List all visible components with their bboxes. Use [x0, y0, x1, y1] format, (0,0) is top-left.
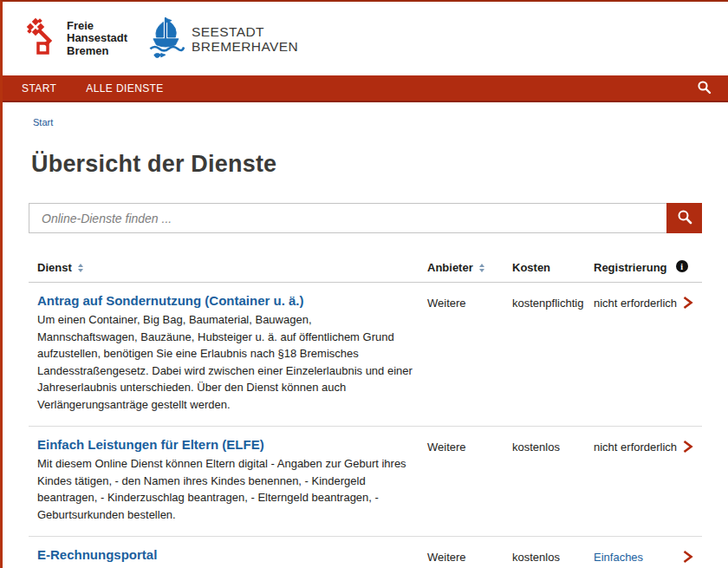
- breadcrumb-start-link[interactable]: Start: [33, 117, 53, 127]
- service-search-input[interactable]: [29, 203, 666, 233]
- service-main-cell: E-Rechnungsportal Mit diesem Dienst könn…: [37, 547, 427, 568]
- row-chevron-right-icon[interactable]: [682, 293, 702, 313]
- site-header: Freie Hansestadt Bremen SEESTADT: [3, 2, 728, 75]
- registrierung-links-cell[interactable]: Einfaches Servicekonto, Servicekonto Bus…: [594, 547, 680, 568]
- service-main-cell: Einfach Leistungen für Eltern (ELFE) Mit…: [37, 437, 427, 523]
- bremerhaven-logo-line: SEESTADT: [192, 24, 298, 39]
- anbieter-cell: Weitere: [427, 437, 512, 455]
- service-title-link[interactable]: Einfach Leistungen für Eltern (ELFE): [37, 437, 264, 452]
- bremen-key-icon: [26, 17, 59, 61]
- services-table-header: Dienst Anbieter Kosten Registrierung i: [29, 261, 702, 283]
- info-icon[interactable]: i: [676, 260, 688, 272]
- sort-icon[interactable]: [78, 264, 83, 272]
- service-title-link[interactable]: E-Rechnungsportal: [37, 547, 157, 562]
- main-nav: START ALLE DIENSTE: [3, 75, 728, 102]
- search-icon: [697, 80, 712, 97]
- breadcrumb: Start: [33, 114, 728, 129]
- service-search-submit-button[interactable]: [666, 203, 702, 233]
- service-description: Mit diesem Online Dienst können Eltern d…: [37, 455, 427, 523]
- column-header-dienst[interactable]: Dienst: [37, 261, 427, 274]
- sort-icon[interactable]: [479, 264, 484, 272]
- service-description: Um einen Container, Big Bag, Baumaterial…: [37, 311, 427, 413]
- column-header-anbieter[interactable]: Anbieter: [427, 261, 512, 274]
- nav-search-button[interactable]: [692, 76, 716, 101]
- table-row[interactable]: E-Rechnungsportal Mit diesem Dienst könn…: [29, 537, 702, 568]
- search-icon: [677, 209, 692, 227]
- row-chevron-right-icon[interactable]: [682, 547, 702, 567]
- bremen-logo-line: Freie: [67, 20, 127, 33]
- column-header-label: Kosten: [512, 261, 550, 274]
- kosten-cell: kostenlos: [512, 547, 594, 565]
- bremen-logo-line: Hansestadt: [67, 32, 127, 45]
- service-title-link[interactable]: Antrag auf Sondernutzung (Container u. ä…: [37, 293, 304, 308]
- table-row[interactable]: Einfach Leistungen für Eltern (ELFE) Mit…: [29, 427, 702, 537]
- nav-item-alle-dienste[interactable]: ALLE DIENSTE: [86, 82, 164, 95]
- column-header-label: Dienst: [37, 261, 72, 274]
- table-row[interactable]: Antrag auf Sondernutzung (Container u. ä…: [29, 283, 702, 427]
- registrierung-cell: nicht erforderlich: [594, 437, 680, 455]
- column-header-kosten: Kosten: [512, 261, 594, 274]
- column-header-label: Anbieter: [427, 261, 473, 274]
- service-main-cell: Antrag auf Sondernutzung (Container u. ä…: [37, 293, 427, 413]
- bremerhaven-ship-icon: [146, 15, 185, 63]
- bremerhaven-logo[interactable]: SEESTADT BREMERHAVEN: [146, 15, 298, 63]
- row-chevron-right-icon[interactable]: [682, 437, 702, 457]
- kosten-cell: kostenpflichtig: [512, 293, 594, 311]
- bremen-logo[interactable]: Freie Hansestadt Bremen: [26, 17, 127, 61]
- anbieter-cell: Weitere: [427, 293, 512, 311]
- service-searchbar: [29, 203, 702, 233]
- bremen-logo-line: Bremen: [67, 45, 127, 58]
- nav-item-start[interactable]: START: [22, 82, 56, 95]
- registrierung-cell: nicht erforderlich: [594, 293, 680, 311]
- column-header-registrierung: Registrierung i: [594, 261, 702, 274]
- column-header-label: Registrierung: [594, 261, 667, 274]
- page-title: Übersicht der Dienste: [31, 151, 728, 178]
- services-table: Dienst Anbieter Kosten Registrierung i A…: [29, 261, 702, 568]
- bremerhaven-logo-line: BREMERHAVEN: [192, 39, 298, 54]
- kosten-cell: kostenlos: [512, 437, 594, 455]
- anbieter-cell: Weitere: [427, 547, 512, 565]
